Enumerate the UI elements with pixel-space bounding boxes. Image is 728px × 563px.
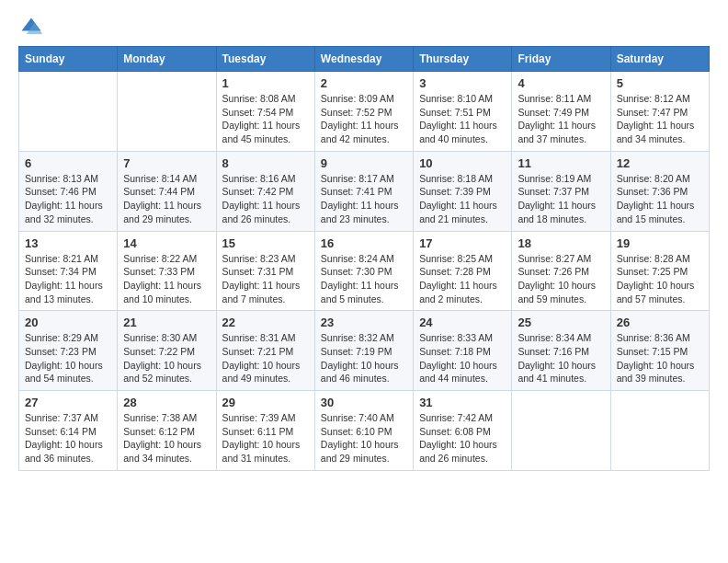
col-header-friday: Friday (512, 47, 610, 72)
col-header-wednesday: Wednesday (314, 47, 413, 72)
calendar-cell: 28Sunrise: 7:38 AM Sunset: 6:12 PM Dayli… (118, 391, 216, 471)
day-info: Sunrise: 8:17 AM Sunset: 7:41 PM Dayligh… (321, 172, 407, 226)
day-number: 22 (222, 316, 309, 329)
calendar-week-3: 20Sunrise: 8:29 AM Sunset: 7:23 PM Dayli… (19, 311, 710, 391)
calendar-header: SundayMondayTuesdayWednesdayThursdayFrid… (19, 47, 710, 72)
day-number: 6 (25, 156, 111, 170)
col-header-sunday: Sunday (19, 47, 118, 72)
day-number: 26 (617, 316, 703, 329)
page-header (18, 15, 710, 40)
col-header-thursday: Thursday (414, 47, 512, 72)
calendar-cell: 25Sunrise: 8:34 AM Sunset: 7:16 PM Dayli… (512, 311, 610, 391)
day-number: 14 (123, 236, 210, 250)
day-info: Sunrise: 8:19 AM Sunset: 7:37 PM Dayligh… (518, 172, 604, 226)
day-number: 27 (25, 396, 111, 409)
calendar-cell: 26Sunrise: 8:36 AM Sunset: 7:15 PM Dayli… (610, 311, 709, 391)
calendar-cell (610, 391, 709, 471)
calendar-cell: 29Sunrise: 7:39 AM Sunset: 6:11 PM Dayli… (216, 391, 314, 471)
day-info: Sunrise: 8:32 AM Sunset: 7:19 PM Dayligh… (321, 331, 407, 385)
day-info: Sunrise: 8:22 AM Sunset: 7:33 PM Dayligh… (123, 252, 210, 306)
day-number: 2 (321, 76, 407, 90)
day-number: 31 (419, 396, 506, 409)
day-info: Sunrise: 8:31 AM Sunset: 7:21 PM Dayligh… (222, 331, 309, 385)
calendar-cell: 2Sunrise: 8:09 AM Sunset: 7:52 PM Daylig… (314, 72, 413, 152)
calendar-cell: 7Sunrise: 8:14 AM Sunset: 7:44 PM Daylig… (118, 151, 216, 231)
day-number: 4 (518, 76, 604, 90)
day-info: Sunrise: 8:14 AM Sunset: 7:44 PM Dayligh… (123, 172, 210, 226)
logo-icon (18, 15, 44, 40)
calendar-table: SundayMondayTuesdayWednesdayThursdayFrid… (18, 46, 710, 471)
day-info: Sunrise: 8:20 AM Sunset: 7:36 PM Dayligh… (617, 172, 703, 226)
calendar-cell: 27Sunrise: 7:37 AM Sunset: 6:14 PM Dayli… (19, 391, 118, 471)
day-info: Sunrise: 8:27 AM Sunset: 7:26 PM Dayligh… (518, 252, 604, 306)
calendar-cell: 8Sunrise: 8:16 AM Sunset: 7:42 PM Daylig… (216, 151, 314, 231)
calendar-week-0: 1Sunrise: 8:08 AM Sunset: 7:54 PM Daylig… (19, 72, 710, 152)
calendar-cell: 23Sunrise: 8:32 AM Sunset: 7:19 PM Dayli… (314, 311, 413, 391)
day-info: Sunrise: 8:25 AM Sunset: 7:28 PM Dayligh… (419, 252, 506, 306)
calendar-cell (118, 72, 216, 152)
calendar-cell: 1Sunrise: 8:08 AM Sunset: 7:54 PM Daylig… (216, 72, 314, 152)
calendar-cell: 11Sunrise: 8:19 AM Sunset: 7:37 PM Dayli… (512, 151, 610, 231)
calendar-cell: 16Sunrise: 8:24 AM Sunset: 7:30 PM Dayli… (314, 231, 413, 311)
day-info: Sunrise: 8:28 AM Sunset: 7:25 PM Dayligh… (617, 252, 703, 306)
col-header-tuesday: Tuesday (216, 47, 314, 72)
day-number: 21 (123, 316, 210, 329)
day-number: 25 (518, 316, 604, 329)
day-info: Sunrise: 8:33 AM Sunset: 7:18 PM Dayligh… (419, 331, 506, 385)
day-number: 30 (321, 396, 407, 409)
day-info: Sunrise: 8:08 AM Sunset: 7:54 PM Dayligh… (222, 92, 309, 146)
day-info: Sunrise: 7:42 AM Sunset: 6:08 PM Dayligh… (419, 411, 506, 465)
day-number: 28 (123, 396, 210, 409)
day-info: Sunrise: 8:34 AM Sunset: 7:16 PM Dayligh… (518, 331, 604, 385)
calendar-cell: 22Sunrise: 8:31 AM Sunset: 7:21 PM Dayli… (216, 311, 314, 391)
calendar-cell: 17Sunrise: 8:25 AM Sunset: 7:28 PM Dayli… (414, 231, 512, 311)
day-number: 15 (222, 236, 309, 250)
day-number: 12 (617, 156, 703, 170)
calendar-week-4: 27Sunrise: 7:37 AM Sunset: 6:14 PM Dayli… (19, 391, 710, 471)
day-number: 29 (222, 396, 309, 409)
day-info: Sunrise: 7:39 AM Sunset: 6:11 PM Dayligh… (222, 411, 309, 465)
calendar-week-1: 6Sunrise: 8:13 AM Sunset: 7:46 PM Daylig… (19, 151, 710, 231)
day-info: Sunrise: 8:18 AM Sunset: 7:39 PM Dayligh… (419, 172, 506, 226)
day-info: Sunrise: 8:16 AM Sunset: 7:42 PM Dayligh… (222, 172, 309, 226)
calendar-cell (19, 72, 118, 152)
calendar-cell: 4Sunrise: 8:11 AM Sunset: 7:49 PM Daylig… (512, 72, 610, 152)
calendar-cell: 15Sunrise: 8:23 AM Sunset: 7:31 PM Dayli… (216, 231, 314, 311)
day-number: 8 (222, 156, 309, 170)
day-number: 18 (518, 236, 604, 250)
calendar-cell: 30Sunrise: 7:40 AM Sunset: 6:10 PM Dayli… (314, 391, 413, 471)
day-number: 7 (123, 156, 210, 170)
calendar-cell: 20Sunrise: 8:29 AM Sunset: 7:23 PM Dayli… (19, 311, 118, 391)
day-number: 16 (321, 236, 407, 250)
calendar-cell: 3Sunrise: 8:10 AM Sunset: 7:51 PM Daylig… (414, 72, 512, 152)
day-info: Sunrise: 7:38 AM Sunset: 6:12 PM Dayligh… (123, 411, 210, 465)
day-info: Sunrise: 8:12 AM Sunset: 7:47 PM Dayligh… (617, 92, 703, 146)
day-info: Sunrise: 8:21 AM Sunset: 7:34 PM Dayligh… (25, 252, 111, 306)
day-number: 3 (419, 76, 506, 90)
calendar-cell: 5Sunrise: 8:12 AM Sunset: 7:47 PM Daylig… (610, 72, 709, 152)
day-number: 13 (25, 236, 111, 250)
day-info: Sunrise: 7:37 AM Sunset: 6:14 PM Dayligh… (25, 411, 111, 465)
day-info: Sunrise: 8:11 AM Sunset: 7:49 PM Dayligh… (518, 92, 604, 146)
day-info: Sunrise: 8:36 AM Sunset: 7:15 PM Dayligh… (617, 331, 703, 385)
calendar-cell: 12Sunrise: 8:20 AM Sunset: 7:36 PM Dayli… (610, 151, 709, 231)
calendar-cell: 6Sunrise: 8:13 AM Sunset: 7:46 PM Daylig… (19, 151, 118, 231)
logo (18, 15, 48, 40)
day-number: 11 (518, 156, 604, 170)
calendar-cell: 24Sunrise: 8:33 AM Sunset: 7:18 PM Dayli… (414, 311, 512, 391)
day-info: Sunrise: 8:29 AM Sunset: 7:23 PM Dayligh… (25, 331, 111, 385)
calendar-cell (512, 391, 610, 471)
calendar-cell: 18Sunrise: 8:27 AM Sunset: 7:26 PM Dayli… (512, 231, 610, 311)
day-info: Sunrise: 8:24 AM Sunset: 7:30 PM Dayligh… (321, 252, 407, 306)
col-header-monday: Monday (118, 47, 216, 72)
day-number: 19 (617, 236, 703, 250)
day-number: 23 (321, 316, 407, 329)
calendar-cell: 10Sunrise: 8:18 AM Sunset: 7:39 PM Dayli… (414, 151, 512, 231)
calendar-cell: 19Sunrise: 8:28 AM Sunset: 7:25 PM Dayli… (610, 231, 709, 311)
day-info: Sunrise: 8:09 AM Sunset: 7:52 PM Dayligh… (321, 92, 407, 146)
calendar-cell: 14Sunrise: 8:22 AM Sunset: 7:33 PM Dayli… (118, 231, 216, 311)
calendar-cell: 21Sunrise: 8:30 AM Sunset: 7:22 PM Dayli… (118, 311, 216, 391)
day-number: 20 (25, 316, 111, 329)
day-number: 5 (617, 76, 703, 90)
day-number: 1 (222, 76, 309, 90)
